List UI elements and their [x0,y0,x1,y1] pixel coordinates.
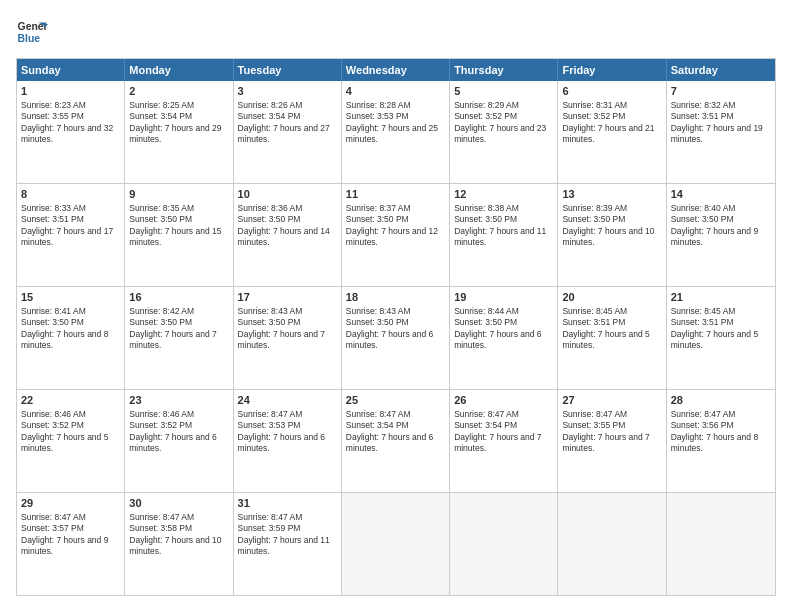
daylight-text: Daylight: 7 hours and 5 minutes. [671,329,758,350]
daylight-text: Daylight: 7 hours and 6 minutes. [346,329,433,350]
calendar-cell: 21Sunrise: 8:45 AMSunset: 3:51 PMDayligh… [667,287,775,389]
sunset-text: Sunset: 3:51 PM [671,111,734,121]
calendar-cell: 17Sunrise: 8:43 AMSunset: 3:50 PMDayligh… [234,287,342,389]
header-day-wednesday: Wednesday [342,59,450,81]
daylight-text: Daylight: 7 hours and 9 minutes. [21,535,108,556]
calendar-cell: 22Sunrise: 8:46 AMSunset: 3:52 PMDayligh… [17,390,125,492]
calendar-cell: 30Sunrise: 8:47 AMSunset: 3:58 PMDayligh… [125,493,233,595]
sunrise-text: Sunrise: 8:23 AM [21,100,86,110]
header-day-friday: Friday [558,59,666,81]
sunrise-text: Sunrise: 8:39 AM [562,203,627,213]
day-number: 8 [21,187,120,202]
day-number: 17 [238,290,337,305]
day-number: 21 [671,290,771,305]
sunset-text: Sunset: 3:58 PM [129,523,192,533]
sunrise-text: Sunrise: 8:47 AM [562,409,627,419]
day-number: 26 [454,393,553,408]
sunrise-text: Sunrise: 8:37 AM [346,203,411,213]
sunset-text: Sunset: 3:55 PM [562,420,625,430]
sunrise-text: Sunrise: 8:47 AM [346,409,411,419]
daylight-text: Daylight: 7 hours and 17 minutes. [21,226,113,247]
sunrise-text: Sunrise: 8:47 AM [238,409,303,419]
sunrise-text: Sunrise: 8:47 AM [454,409,519,419]
sunrise-text: Sunrise: 8:47 AM [129,512,194,522]
day-number: 6 [562,84,661,99]
sunrise-text: Sunrise: 8:31 AM [562,100,627,110]
daylight-text: Daylight: 7 hours and 21 minutes. [562,123,654,144]
sunset-text: Sunset: 3:50 PM [454,214,517,224]
calendar-cell [450,493,558,595]
sunset-text: Sunset: 3:54 PM [454,420,517,430]
sunset-text: Sunset: 3:52 PM [562,111,625,121]
sunset-text: Sunset: 3:50 PM [129,214,192,224]
sunrise-text: Sunrise: 8:35 AM [129,203,194,213]
daylight-text: Daylight: 7 hours and 9 minutes. [671,226,758,247]
sunrise-text: Sunrise: 8:33 AM [21,203,86,213]
day-number: 29 [21,496,120,511]
sunrise-text: Sunrise: 8:40 AM [671,203,736,213]
day-number: 13 [562,187,661,202]
sunset-text: Sunset: 3:51 PM [21,214,84,224]
calendar-cell: 2Sunrise: 8:25 AMSunset: 3:54 PMDaylight… [125,81,233,183]
sunrise-text: Sunrise: 8:46 AM [21,409,86,419]
day-number: 1 [21,84,120,99]
daylight-text: Daylight: 7 hours and 23 minutes. [454,123,546,144]
calendar-cell: 8Sunrise: 8:33 AMSunset: 3:51 PMDaylight… [17,184,125,286]
day-number: 3 [238,84,337,99]
day-number: 16 [129,290,228,305]
day-number: 19 [454,290,553,305]
sunset-text: Sunset: 3:55 PM [21,111,84,121]
sunset-text: Sunset: 3:53 PM [346,111,409,121]
daylight-text: Daylight: 7 hours and 7 minutes. [129,329,216,350]
day-number: 12 [454,187,553,202]
sunrise-text: Sunrise: 8:36 AM [238,203,303,213]
calendar-cell: 13Sunrise: 8:39 AMSunset: 3:50 PMDayligh… [558,184,666,286]
day-number: 15 [21,290,120,305]
sunset-text: Sunset: 3:54 PM [346,420,409,430]
sunrise-text: Sunrise: 8:43 AM [238,306,303,316]
sunrise-text: Sunrise: 8:44 AM [454,306,519,316]
daylight-text: Daylight: 7 hours and 6 minutes. [238,432,325,453]
daylight-text: Daylight: 7 hours and 6 minutes. [346,432,433,453]
sunset-text: Sunset: 3:52 PM [454,111,517,121]
calendar-cell: 25Sunrise: 8:47 AMSunset: 3:54 PMDayligh… [342,390,450,492]
calendar-cell: 28Sunrise: 8:47 AMSunset: 3:56 PMDayligh… [667,390,775,492]
day-number: 22 [21,393,120,408]
day-number: 18 [346,290,445,305]
calendar-cell: 24Sunrise: 8:47 AMSunset: 3:53 PMDayligh… [234,390,342,492]
calendar-cell: 19Sunrise: 8:44 AMSunset: 3:50 PMDayligh… [450,287,558,389]
calendar-cell: 9Sunrise: 8:35 AMSunset: 3:50 PMDaylight… [125,184,233,286]
sunset-text: Sunset: 3:59 PM [238,523,301,533]
day-number: 14 [671,187,771,202]
daylight-text: Daylight: 7 hours and 19 minutes. [671,123,763,144]
calendar-cell: 12Sunrise: 8:38 AMSunset: 3:50 PMDayligh… [450,184,558,286]
daylight-text: Daylight: 7 hours and 8 minutes. [671,432,758,453]
daylight-text: Daylight: 7 hours and 7 minutes. [562,432,649,453]
sunset-text: Sunset: 3:50 PM [562,214,625,224]
daylight-text: Daylight: 7 hours and 14 minutes. [238,226,330,247]
calendar-header: SundayMondayTuesdayWednesdayThursdayFrid… [17,59,775,81]
sunset-text: Sunset: 3:50 PM [238,214,301,224]
calendar: SundayMondayTuesdayWednesdayThursdayFrid… [16,58,776,596]
logo: General Blue [16,16,48,48]
day-number: 23 [129,393,228,408]
sunrise-text: Sunrise: 8:47 AM [21,512,86,522]
calendar-cell: 29Sunrise: 8:47 AMSunset: 3:57 PMDayligh… [17,493,125,595]
calendar-cell: 27Sunrise: 8:47 AMSunset: 3:55 PMDayligh… [558,390,666,492]
sunset-text: Sunset: 3:53 PM [238,420,301,430]
calendar-cell [558,493,666,595]
day-number: 24 [238,393,337,408]
sunrise-text: Sunrise: 8:41 AM [21,306,86,316]
daylight-text: Daylight: 7 hours and 10 minutes. [562,226,654,247]
sunset-text: Sunset: 3:51 PM [562,317,625,327]
day-number: 20 [562,290,661,305]
calendar-week-5: 29Sunrise: 8:47 AMSunset: 3:57 PMDayligh… [17,492,775,595]
header: General Blue [16,16,776,48]
calendar-cell: 6Sunrise: 8:31 AMSunset: 3:52 PMDaylight… [558,81,666,183]
sunrise-text: Sunrise: 8:45 AM [562,306,627,316]
day-number: 25 [346,393,445,408]
calendar-cell: 16Sunrise: 8:42 AMSunset: 3:50 PMDayligh… [125,287,233,389]
header-day-sunday: Sunday [17,59,125,81]
calendar-cell: 15Sunrise: 8:41 AMSunset: 3:50 PMDayligh… [17,287,125,389]
calendar-cell: 14Sunrise: 8:40 AMSunset: 3:50 PMDayligh… [667,184,775,286]
